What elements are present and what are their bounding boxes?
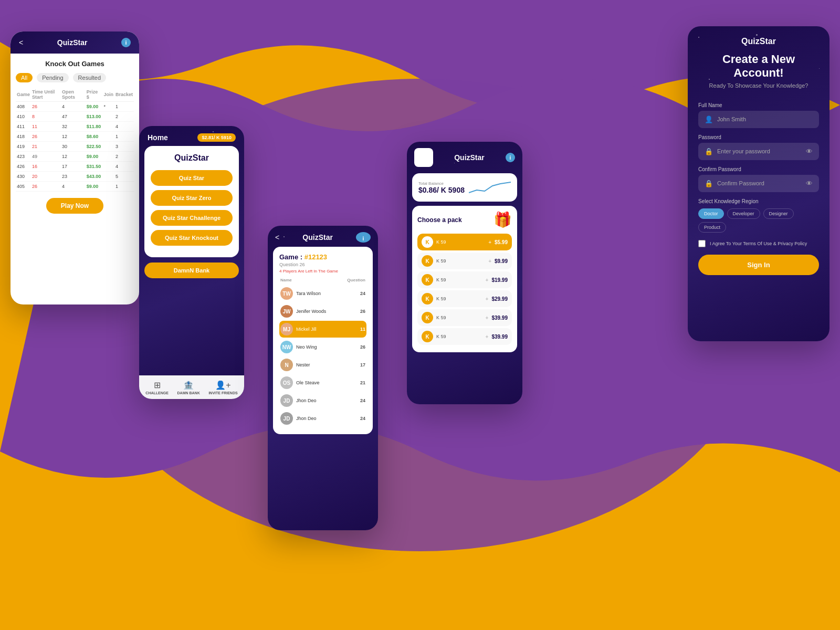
phone1-title: QuizStar xyxy=(57,38,88,47)
quiz-star-button[interactable]: Quiz Star xyxy=(151,170,233,186)
phone3-info-icon[interactable]: i xyxy=(356,232,371,243)
cell-game: 405 xyxy=(16,182,31,192)
player-avatar: NW xyxy=(280,341,293,353)
leaderboard-row: JD Jhon Deo 24 xyxy=(279,392,366,409)
pack-row[interactable]: K K 59 + $29.99 xyxy=(417,290,512,307)
cell-join[interactable] xyxy=(102,182,114,192)
confirm-password-input-wrap: 🔒 👁 xyxy=(698,175,819,192)
k-amount: K 59 xyxy=(436,334,482,339)
player-avatar: JW xyxy=(280,305,293,318)
footer-invite[interactable]: 👤+ INVITE FRIENDS xyxy=(208,380,237,395)
cell-prize: $9.00 xyxy=(86,102,103,112)
cell-time: 49 xyxy=(31,152,61,162)
col-game: Game xyxy=(16,88,31,102)
player-score: 17 xyxy=(360,362,365,368)
cell-prize: $8.60 xyxy=(86,132,103,142)
games-table: Game Time Until Start Open Spots Prize $… xyxy=(16,88,134,192)
eye-icon-2[interactable]: 👁 xyxy=(806,180,813,187)
damnn-bank-button[interactable]: DamnN Bank xyxy=(144,262,239,278)
quiz-star-zero-button[interactable]: Quiz Star Zero xyxy=(151,190,233,206)
cell-time: 26 xyxy=(31,132,61,142)
password-input-wrap: 🔒 👁 xyxy=(698,143,819,160)
eye-icon[interactable]: 👁 xyxy=(806,148,813,155)
quiz-star-chaallenge-button[interactable]: Quiz Star Chaallenge xyxy=(151,210,233,226)
cell-join[interactable] xyxy=(102,122,114,132)
balance-card: Total Balance $0.86/ K 5908 xyxy=(412,173,517,202)
full-name-input[interactable] xyxy=(717,116,813,122)
region-developer[interactable]: Developer xyxy=(727,208,760,219)
footer-challenge[interactable]: ⊞ CHALLENGE xyxy=(145,380,169,395)
leaderboard-row: N Nester 17 xyxy=(279,356,366,373)
agree-checkbox[interactable] xyxy=(698,240,706,247)
region-label: Select Knowledge Region xyxy=(698,198,819,204)
balance-label: Total Balance xyxy=(418,181,465,186)
player-avatar: JD xyxy=(280,412,293,425)
phone1-header: < QuizStar i xyxy=(10,32,139,54)
sign-in-button[interactable]: Sign In xyxy=(698,255,819,275)
play-now-button[interactable]: Play Now xyxy=(46,198,103,214)
pack-row[interactable]: K K 59 + $39.99 xyxy=(417,309,512,326)
table-row: 411 11 32 $11.80 4 xyxy=(16,122,134,132)
region-designer[interactable]: Designer xyxy=(763,208,794,219)
k-amount: K 59 xyxy=(436,258,485,264)
invite-icon: 👤+ xyxy=(215,380,230,390)
cell-join[interactable] xyxy=(102,112,114,122)
cell-bracket: 2 xyxy=(114,112,134,122)
phone5-big-title: Create a New Account! xyxy=(698,52,819,80)
agree-text: I Agree To Your Terms Of Use & Privacy P… xyxy=(710,241,807,246)
leaderboard-row: OS Ole Steave 21 xyxy=(279,374,366,391)
knockout-title: Knock Out Games xyxy=(16,60,134,68)
plus-icon: + xyxy=(486,296,489,302)
password-input[interactable] xyxy=(717,148,802,154)
tab-pending[interactable]: Pending xyxy=(37,73,68,82)
cell-join[interactable] xyxy=(102,142,114,152)
challenge-icon: ⊞ xyxy=(154,380,161,390)
phone3-back[interactable]: < xyxy=(275,233,279,242)
quiz-star-knockout-button[interactable]: Quiz Star Knockout xyxy=(151,230,233,246)
region-product[interactable]: Product xyxy=(698,222,726,233)
cell-spots: 30 xyxy=(61,142,86,152)
pack-row[interactable]: K K 59 + $5.99 xyxy=(417,234,512,250)
player-avatar: TW xyxy=(280,287,293,300)
cell-spots: 12 xyxy=(61,152,86,162)
back-button[interactable]: < xyxy=(19,38,23,47)
player-score: 24 xyxy=(360,291,365,296)
k-amount: K 59 xyxy=(436,277,482,282)
cell-game: 426 xyxy=(16,162,31,172)
tab-resulted[interactable]: Resulted xyxy=(73,73,106,82)
phone-create-account: QuizStar Create a New Account! Ready To … xyxy=(688,26,830,341)
confirm-password-input[interactable] xyxy=(717,180,802,186)
cell-game: 411 xyxy=(16,122,31,132)
game-number: Game : #12123 xyxy=(279,253,366,261)
phone5-header: QuizStar Create a New Account! Ready To … xyxy=(688,26,830,94)
phone4-info-icon[interactable]: i xyxy=(506,153,515,162)
player-score: 24 xyxy=(360,416,365,421)
bank-icon: 🏦 xyxy=(183,380,194,390)
phone2-bank-area: DamnN Bank xyxy=(144,262,239,278)
cell-join[interactable] xyxy=(102,172,114,182)
pack-row[interactable]: K K 59 + $19.99 xyxy=(417,271,512,288)
pack-row[interactable]: K K 59 + $9.99 xyxy=(417,253,512,269)
col-join: Join xyxy=(102,88,114,102)
player-avatar: MJ xyxy=(280,323,293,335)
cell-join[interactable] xyxy=(102,162,114,172)
plus-icon: + xyxy=(488,239,491,245)
pack-list: K K 59 + $5.99 K K 59 + $9.99 K K 59 + $… xyxy=(417,234,512,345)
question-label: Question 26 xyxy=(279,262,366,267)
cell-join[interactable] xyxy=(102,132,114,142)
phone4-title: QuizStar xyxy=(454,153,485,162)
cell-time: 20 xyxy=(31,172,61,182)
full-name-input-wrap: 👤 xyxy=(698,111,819,128)
player-score: 21 xyxy=(360,380,365,385)
cell-join[interactable]: * xyxy=(102,102,114,112)
info-icon[interactable]: i xyxy=(121,38,131,47)
cell-join[interactable] xyxy=(102,152,114,162)
password-label: Password xyxy=(698,134,819,140)
full-name-label: Full Name xyxy=(698,102,819,108)
pack-row[interactable]: K K 59 + $39.99 xyxy=(417,328,512,345)
cell-spots: 12 xyxy=(61,132,86,142)
phone1-body: Knock Out Games All Pending Resulted Gam… xyxy=(10,54,139,220)
footer-bank[interactable]: 🏦 DAMN BANK xyxy=(177,380,200,395)
region-doctor[interactable]: Doctor xyxy=(698,208,724,219)
tab-all[interactable]: All xyxy=(16,73,33,82)
